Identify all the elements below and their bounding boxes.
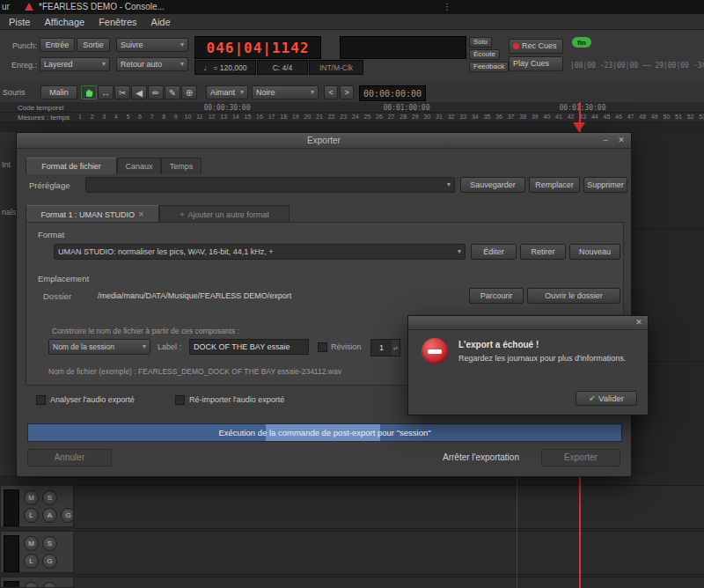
folder-browse-button[interactable]: Parcourir bbox=[469, 288, 524, 304]
feedback-indicator-button[interactable]: Feedback bbox=[469, 62, 509, 72]
ruler-bar-number: 34 bbox=[469, 114, 481, 120]
auto-return-select[interactable]: Retour auto ▾ bbox=[116, 57, 188, 71]
fader-strip[interactable] bbox=[4, 489, 19, 526]
close-icon[interactable]: ✕ bbox=[633, 316, 645, 328]
ruler-bar-number: 24 bbox=[349, 114, 362, 120]
reimport-checkbox[interactable] bbox=[175, 395, 185, 405]
ruler-bar-number: 6 bbox=[134, 114, 146, 120]
solo-button[interactable]: S bbox=[42, 490, 57, 505]
mute-button[interactable]: M bbox=[24, 490, 39, 505]
track-circle-button[interactable]: L bbox=[24, 554, 39, 569]
meter-button[interactable]: C: 4/4 bbox=[257, 60, 308, 75]
ruler-bar-number: 49 bbox=[649, 114, 661, 120]
track-circle-button[interactable]: G bbox=[42, 554, 57, 569]
cancel-button[interactable]: Annuler bbox=[27, 449, 112, 467]
format-remove-button[interactable]: Retirer bbox=[520, 244, 566, 260]
ruler-bar-number: 31 bbox=[433, 114, 445, 120]
tab-close-icon[interactable]: ✕ bbox=[138, 210, 144, 218]
error-dialog: ✕ L'export a échoué ! Regardez les journ… bbox=[407, 315, 649, 415]
range-icon[interactable]: ↔ bbox=[98, 85, 114, 99]
fader-strip[interactable] bbox=[4, 535, 19, 572]
preset-remove-button[interactable]: Supprimer bbox=[583, 177, 627, 193]
sync-source-button[interactable]: INT/M-Clk bbox=[309, 60, 363, 75]
mute-button[interactable]: M bbox=[24, 536, 39, 551]
zoom-icon[interactable]: ⊕ bbox=[181, 85, 197, 99]
record-mode-select[interactable]: Layered ▾ bbox=[40, 57, 110, 71]
primary-clock[interactable]: 046|04|1142 bbox=[194, 36, 321, 59]
menu-fenêtres[interactable]: Fenêtres bbox=[99, 17, 136, 27]
solo-button[interactable]: S bbox=[42, 536, 57, 551]
play-cues-button[interactable]: Play Cues bbox=[509, 56, 563, 71]
add-format-label: Ajouter un autre format bbox=[188, 210, 269, 219]
cut-icon[interactable]: ✂ bbox=[114, 85, 130, 99]
grab-hand-icon[interactable] bbox=[81, 85, 97, 99]
export-button[interactable]: Exporter bbox=[541, 449, 620, 467]
nudge-forward-button[interactable]: > bbox=[340, 85, 354, 99]
ruler-bar-number: 1 bbox=[74, 114, 86, 120]
nudge-back-button[interactable]: < bbox=[324, 85, 338, 99]
export-dialog-titlebar[interactable]: Exporter – ✕ bbox=[17, 133, 631, 149]
track-lane[interactable] bbox=[75, 485, 704, 529]
format-edit-button[interactable]: Éditer bbox=[471, 244, 517, 260]
tab-file-format[interactable]: Format de fichier bbox=[26, 158, 117, 174]
end-marker-badge[interactable]: fin bbox=[572, 37, 591, 48]
error-dialog-titlebar[interactable]: ✕ bbox=[408, 316, 648, 330]
follow-select[interactable]: Suivre ▾ bbox=[116, 38, 188, 52]
tab-timespan[interactable]: Temps bbox=[161, 158, 202, 174]
preset-replace-button[interactable]: Remplacer bbox=[529, 177, 580, 193]
stepper-arrows-icon[interactable]: ▴▾ bbox=[392, 340, 400, 356]
label-field[interactable]: DOCK OF THE BAY essaie bbox=[189, 339, 309, 355]
track-lane[interactable] bbox=[75, 531, 704, 575]
rec-cues-button[interactable]: Rec Cues bbox=[509, 39, 563, 54]
smart-mode-button[interactable]: Malin bbox=[40, 85, 77, 99]
window-titlebar: ur *FEARLESS DEMO - Console... ⋮ bbox=[0, 0, 704, 15]
stop-export-button[interactable]: Arrêter l'exportation bbox=[437, 452, 524, 463]
menu-piste[interactable]: Piste bbox=[9, 17, 30, 27]
tempo-value: ♩ = 120,000 bbox=[204, 63, 247, 72]
listen-indicator-button[interactable]: Écoute bbox=[469, 49, 500, 60]
ruler-bar-number: 9 bbox=[170, 114, 182, 120]
format-select[interactable]: UMAN STUDIO: normaliser les pics, WAV, 1… bbox=[54, 244, 466, 260]
track-circle-button[interactable]: G bbox=[61, 508, 74, 523]
preset-select[interactable]: ▾ bbox=[85, 177, 455, 193]
track-circle-button[interactable]: L bbox=[24, 508, 39, 523]
internal-edit-icon[interactable]: ✎ bbox=[165, 85, 180, 99]
grid-unit-select[interactable]: Noire ▾ bbox=[252, 85, 319, 99]
close-icon[interactable]: ✕ bbox=[615, 134, 627, 146]
menu-affichage[interactable]: Affichage bbox=[44, 17, 84, 27]
snap-mode-select[interactable]: Aimant ▾ bbox=[206, 85, 248, 99]
menu-aide[interactable]: Aide bbox=[151, 17, 171, 27]
punch-out-button[interactable]: Sortie bbox=[77, 38, 110, 52]
solo-indicator-button[interactable]: Solo bbox=[469, 37, 492, 48]
fader-strip[interactable] bbox=[4, 581, 19, 588]
track-circle-button[interactable]: A bbox=[42, 508, 57, 523]
revision-checkbox[interactable] bbox=[318, 342, 327, 352]
tab-channels[interactable]: Canaux bbox=[117, 158, 161, 174]
folder-open-button[interactable]: Ouvrir le dossier bbox=[527, 288, 620, 304]
add-format-tab[interactable]: + Ajouter un autre format bbox=[159, 205, 290, 223]
tempo-button[interactable]: ♩ = 120,000 bbox=[194, 60, 256, 75]
window-title: *FEARLESS DEMO - Console... bbox=[39, 2, 165, 11]
filename-component-select[interactable]: Nom de la session ▾ bbox=[48, 339, 150, 355]
secondary-clock[interactable] bbox=[340, 36, 466, 59]
format-tab-active[interactable]: Format 1 : UMAN STUDIO ✕ bbox=[26, 205, 159, 223]
minimize-icon[interactable]: – bbox=[599, 134, 612, 146]
rec-cues-label: Rec Cues bbox=[522, 42, 557, 50]
format-new-button[interactable]: Nouveau bbox=[569, 244, 620, 260]
mute-button[interactable]: M bbox=[24, 582, 39, 588]
play-cues-label: Play Cues bbox=[513, 60, 549, 68]
preset-save-button[interactable]: Sauvegarder bbox=[460, 177, 525, 193]
marker-lane[interactable] bbox=[0, 122, 704, 132]
track-name-fragment: nals bbox=[2, 208, 16, 217]
solo-button[interactable]: S bbox=[42, 582, 57, 588]
validate-button[interactable]: ✔ Valider bbox=[576, 391, 637, 406]
punch-in-button[interactable]: Entrée bbox=[40, 38, 75, 52]
audition-icon[interactable]: ◀ bbox=[131, 85, 147, 99]
location-section-heading: Emplacement bbox=[38, 274, 89, 283]
analyze-checkbox[interactable] bbox=[36, 395, 46, 405]
draw-icon[interactable]: ✏ bbox=[148, 85, 164, 99]
analyze-label: Analyser l'audio exporté bbox=[50, 395, 135, 404]
revision-stepper[interactable]: 1 ▴▾ bbox=[370, 339, 400, 356]
nudge-clock[interactable]: 00:00:00:00 bbox=[359, 85, 426, 101]
track-lane[interactable] bbox=[75, 577, 704, 588]
